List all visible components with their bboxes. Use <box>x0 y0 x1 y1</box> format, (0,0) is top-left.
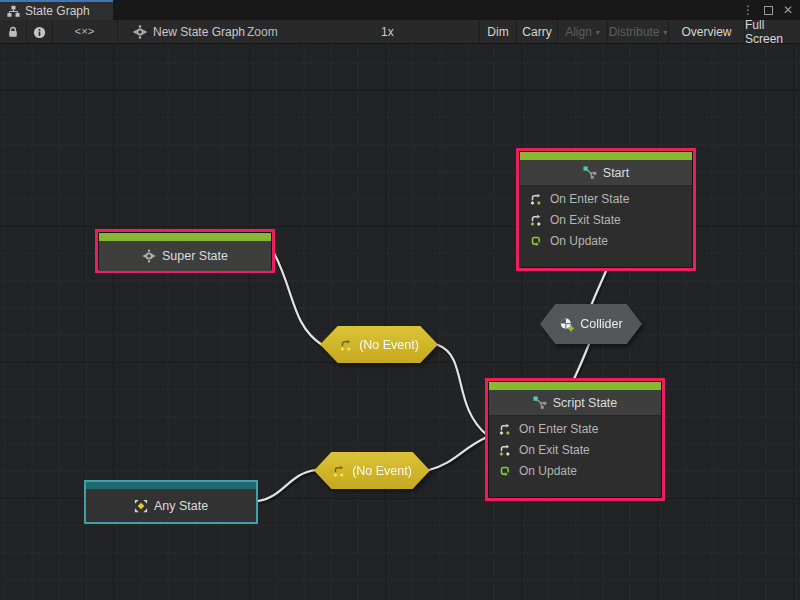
update-loop-icon <box>498 464 512 478</box>
transition-enter-icon <box>529 192 543 206</box>
close-icon[interactable]: ✕ <box>778 0 798 20</box>
node-title: Start <box>603 166 629 180</box>
transition-icon <box>332 464 346 478</box>
overview-button[interactable]: Overview <box>668 20 744 44</box>
lock-button[interactable] <box>0 20 26 44</box>
node-any-state[interactable]: Any State <box>84 480 258 524</box>
lock-icon <box>7 26 19 38</box>
state-graph-icon <box>133 25 147 39</box>
full-screen-button[interactable]: Full Screen <box>744 20 800 44</box>
node-title: Script State <box>553 396 618 410</box>
menu-icon[interactable]: ⋮ <box>738 0 758 20</box>
tab-state-graph[interactable]: State Graph <box>0 0 113 20</box>
dim-button[interactable]: Dim <box>479 20 516 44</box>
maximize-icon[interactable] <box>758 0 778 20</box>
graph-name: New State Graph <box>153 25 245 39</box>
event-on-update[interactable]: On Update <box>529 234 692 248</box>
distribute-button: Distribute ▾ <box>607 20 668 44</box>
node-collider[interactable]: Collider <box>540 304 642 344</box>
any-state-icon <box>134 499 148 513</box>
transition-exit-icon <box>498 443 512 457</box>
zoom-label: Zoom <box>247 20 278 44</box>
chevron-down-icon: ▾ <box>663 28 667 37</box>
flow-graph-icon <box>583 166 597 180</box>
state-color-bar <box>520 152 692 160</box>
state-color-bar <box>489 382 661 390</box>
flow-graph-icon <box>533 396 547 410</box>
state-color-bar <box>99 233 271 241</box>
node-start[interactable]: Start On Enter State On Exit State <box>516 148 696 271</box>
event-on-update[interactable]: On Update <box>498 464 661 478</box>
zoom-value: 1x <box>381 20 394 44</box>
align-button: Align ▾ <box>557 20 607 44</box>
node-script-state[interactable]: Script State On Enter State On Exit Stat… <box>485 378 665 501</box>
event-on-exit-state[interactable]: On Exit State <box>498 443 661 457</box>
node-title: Super State <box>162 249 228 263</box>
tab-bar: State Graph ⋮ ✕ <box>0 0 800 20</box>
state-graph-window: State Graph ⋮ ✕ <×> New <box>0 0 800 600</box>
toolbar: <×> New State Graph Zoom 1x Dim Carry Al… <box>0 20 800 44</box>
node-title: Any State <box>154 499 208 513</box>
any-state-color-bar <box>86 482 256 489</box>
inspect-button[interactable] <box>26 20 52 44</box>
chevron-down-icon: ▾ <box>596 28 600 37</box>
transition-no-event-1[interactable]: (No Event) <box>320 326 438 363</box>
event-on-enter-state[interactable]: On Enter State <box>498 422 661 436</box>
event-on-exit-state[interactable]: On Exit State <box>529 213 692 227</box>
info-icon <box>33 26 46 39</box>
super-state-icon <box>142 249 156 263</box>
transition-exit-icon <box>529 213 543 227</box>
transition-enter-icon <box>498 422 512 436</box>
transition-no-event-2[interactable]: (No Event) <box>314 452 430 489</box>
graph-breadcrumb[interactable]: New State Graph <box>133 20 245 44</box>
transition-label: (No Event) <box>352 464 412 478</box>
update-loop-icon <box>529 234 543 248</box>
code-view-button[interactable]: <×> <box>52 20 117 44</box>
tab-title: State Graph <box>25 4 90 18</box>
code-icon: <×> <box>75 26 95 38</box>
node-super-state[interactable]: Super State <box>95 229 275 273</box>
transition-icon <box>339 338 353 352</box>
collider-icon <box>559 317 574 332</box>
transition-label: (No Event) <box>359 338 419 352</box>
window-controls: ⋮ ✕ <box>738 0 798 20</box>
graph-hierarchy-icon <box>7 5 20 18</box>
carry-button[interactable]: Carry <box>516 20 557 44</box>
event-on-enter-state[interactable]: On Enter State <box>529 192 692 206</box>
transition-label: Collider <box>580 317 622 331</box>
